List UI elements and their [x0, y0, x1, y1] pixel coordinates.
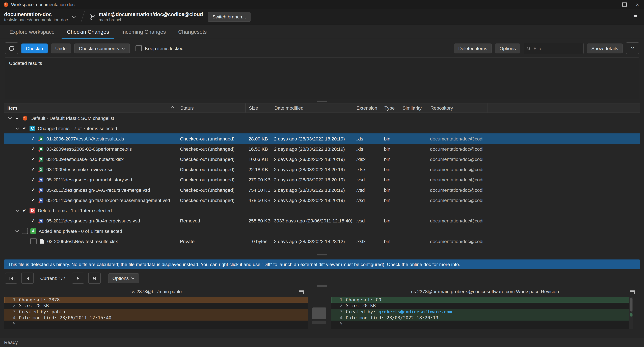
row-checkbox[interactable]: ✓ [30, 187, 36, 193]
binary-info-banner: This file is detected as binary. No diff… [4, 260, 640, 269]
search-icon [526, 46, 531, 51]
table-row[interactable]: ✓03-2009\test\2009-02-06performance.xlsC… [4, 144, 640, 154]
diff-line: 3Created by: pablo [4, 309, 308, 315]
row-checkbox[interactable] [22, 228, 28, 234]
table-row[interactable]: ✓01-2006-2007\test\UVAtestresults.xlsChe… [4, 133, 640, 144]
refresh-button[interactable] [5, 42, 18, 54]
table-group-row[interactable]: –Default - Default Plastic SCM changelis… [4, 113, 640, 123]
item-cell: ✓05-2011\design\design-branchhistory.vsd [4, 177, 176, 182]
tab-incoming-changes[interactable]: Incoming Changes [115, 25, 172, 38]
diff-left-header: cs:2378@br:/main pablo [4, 289, 308, 294]
table-row[interactable]: ✓05-2011\design\design-DAG-recursive-mer… [4, 185, 640, 195]
next-diff-button[interactable] [72, 273, 84, 284]
row-checkbox[interactable]: ✓ [22, 208, 27, 213]
previous-diff-button[interactable] [21, 273, 34, 284]
workspace-selector[interactable]: documentation-doc testwkspaces\documenta… [4, 11, 76, 22]
table-row[interactable]: ✓05-2011\design\design-fast-export-rebas… [4, 195, 640, 205]
checkin-comment-input[interactable]: Updated results [5, 57, 639, 99]
table-group-row[interactable]: ✓DDeleted items - 1 of 1 item selected [4, 205, 640, 215]
help-button[interactable]: ? [626, 42, 639, 54]
tab-checkin-changes[interactable]: Checkin Changes [61, 25, 115, 38]
table-row[interactable]: ✓03-2009\test\quake-load-hptests.xlsxChe… [4, 154, 640, 164]
first-diff-button[interactable] [5, 273, 17, 284]
row-checkbox[interactable]: ✓ [30, 177, 36, 182]
row-checkbox[interactable]: ✓ [30, 146, 36, 152]
type-cell: bin [381, 167, 399, 172]
row-checkbox[interactable]: – [14, 115, 20, 121]
tab-changesets[interactable]: Changesets [172, 25, 213, 38]
close-button[interactable]: × [631, 0, 644, 9]
group-label: Default - Default Plastic SCM changelist [30, 115, 114, 120]
filter-input[interactable] [533, 45, 580, 51]
diff-scrollbar[interactable] [629, 297, 633, 329]
date-modified-cell: 2 days ago (28/03/2022 18:20:19) [271, 167, 353, 172]
table-group-row[interactable]: ✓CChanged items - 7 of 7 items selected [4, 123, 640, 133]
last-diff-button[interactable] [88, 273, 100, 284]
undo-button[interactable]: Undo [51, 43, 71, 53]
tab-explore-workspace[interactable]: Explore workspace [3, 25, 61, 38]
diff-options-dropdown[interactable]: Options [108, 273, 139, 283]
line-number: 3 [4, 309, 19, 315]
status-cell: Checked-out (unchanged) [176, 157, 245, 161]
show-details-button[interactable]: Show details [587, 43, 623, 53]
row-checkbox[interactable] [30, 238, 36, 244]
column-header-extension[interactable]: Extension [353, 103, 381, 112]
workspace-name: documentation-doc [4, 11, 68, 17]
switch-branch-button[interactable]: Switch branch... [208, 12, 250, 22]
column-header-size[interactable]: Size [245, 103, 271, 112]
table-group-row[interactable]: AAdded and private - 0 of 1 item selecte… [4, 226, 640, 236]
branch-name: main@documentation/doc@codice@cloud [98, 11, 203, 17]
splitter-comment-table[interactable] [0, 99, 644, 103]
row-checkbox[interactable]: ✓ [22, 126, 27, 131]
scrollbar-thumb[interactable] [630, 298, 632, 312]
diff-line: 1Changeset: 2378 [4, 297, 308, 303]
column-header-type[interactable]: Type [381, 103, 399, 112]
date-modified-cell: 2 days ago (28/03/2022 18:20:19) [271, 198, 353, 203]
options-button[interactable]: Options [495, 43, 520, 53]
date-modified-cell: 2 days ago (28/03/2022 18:20:19) [271, 187, 353, 192]
table-row[interactable]: ✓03-2009\test\smoke-review.xlsxChecked-o… [4, 164, 640, 175]
table-row[interactable]: 03-2009\test\New test results.xlsxPrivat… [4, 236, 640, 246]
row-checkbox[interactable]: ✓ [30, 136, 36, 141]
column-header-status[interactable]: Status [176, 103, 245, 112]
line-number: 4 [331, 315, 346, 321]
column-header-repository[interactable]: Repository [427, 103, 487, 112]
column-header-date-modified[interactable]: Date modified [271, 103, 353, 112]
column-header-similarity[interactable]: Similarity [399, 103, 427, 112]
checkin-comments-dropdown[interactable]: Checkin comments [74, 43, 130, 53]
status-text: Ready [4, 340, 18, 345]
diff-text: Changeset: CO [346, 297, 381, 303]
excel-file-icon [38, 136, 44, 141]
deleted-items-button[interactable]: Deleted items [454, 43, 492, 53]
keep-items-locked-checkbox[interactable] [136, 45, 142, 51]
size-cell: 255.50 KB [245, 218, 271, 223]
table-row[interactable]: ✓05-2011\design\design-branchhistory.vsd… [4, 175, 640, 185]
diff-text: Date modified: 23/06/2011 12:15:40 [19, 315, 111, 321]
row-checkbox[interactable]: ✓ [30, 167, 36, 172]
type-cell: bin [381, 177, 399, 182]
hamburger-menu-icon[interactable]: ≡ [631, 13, 640, 21]
diff-right-code[interactable]: 1Changeset: CO2Size: 28 KB3Created by: g… [331, 297, 629, 329]
expander-chevron-icon[interactable] [15, 229, 19, 233]
diff-left-code[interactable]: 1Changeset: 23782Size: 28 KB3Created by:… [4, 297, 308, 329]
extension-cell: .xls [353, 146, 381, 151]
filter-box [524, 42, 584, 54]
splitter-diff-panes[interactable] [0, 285, 644, 288]
email-link[interactable]: groberts@codicesoftware.com [378, 309, 452, 315]
expander-chevron-icon[interactable] [15, 208, 19, 213]
repository-cell: documentation/doc@codi [427, 136, 487, 141]
checkin-button[interactable]: Checkin [21, 43, 48, 53]
minimize-button[interactable]: – [604, 0, 618, 9]
expander-chevron-icon[interactable] [8, 116, 12, 120]
row-checkbox[interactable]: ✓ [30, 218, 36, 223]
row-checkbox[interactable]: ✓ [30, 156, 36, 162]
splitter-table-diff[interactable] [0, 253, 644, 256]
app-logo-icon [3, 2, 9, 7]
maximize-button[interactable] [618, 0, 631, 9]
column-header-item[interactable]: Item [4, 103, 176, 112]
table-row[interactable]: ✓05-2011\design\design-3to4mergeissues.v… [4, 216, 640, 226]
row-checkbox[interactable]: ✓ [30, 197, 36, 203]
expander-chevron-icon[interactable] [15, 126, 19, 131]
popout-window-icon[interactable] [298, 290, 304, 294]
popout-window-icon[interactable] [630, 290, 635, 294]
